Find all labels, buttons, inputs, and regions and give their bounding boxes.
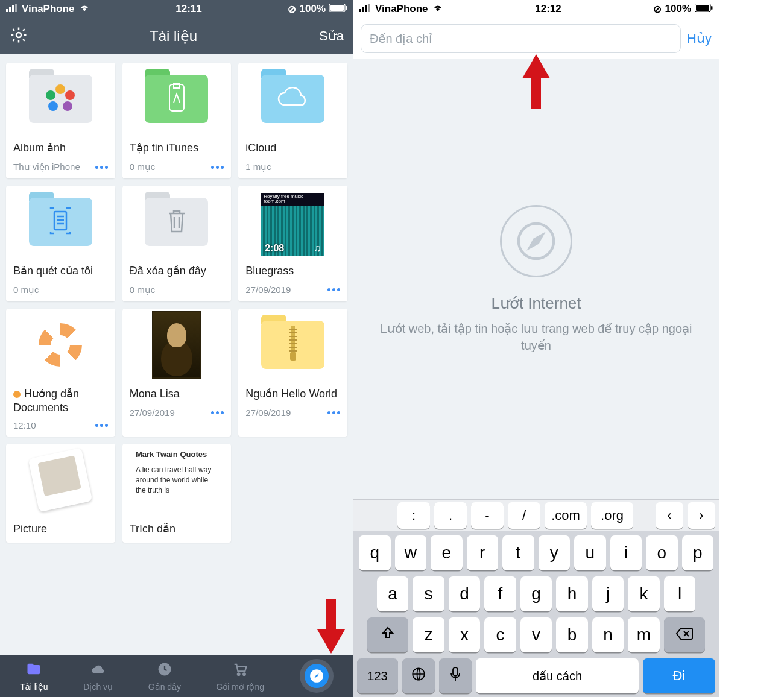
key-colon[interactable]: : <box>397 502 430 529</box>
bottom-tabbar: Tài liệu Dịch vụ Gần đây Gói mở rộng <box>0 655 353 697</box>
tab-recent[interactable]: Gần đây <box>148 661 181 692</box>
key-dash[interactable]: - <box>471 502 504 529</box>
tile-bluegrass[interactable]: Royalty free music room.com 2:08 ♫ Blueg… <box>238 186 347 301</box>
key-x[interactable]: x <box>449 617 481 652</box>
tile-title: Bluegrass <box>245 264 340 279</box>
address-input[interactable] <box>361 24 681 53</box>
tile-title: Nguồn Hello World <box>245 387 340 402</box>
compass-icon <box>305 664 329 688</box>
key-t[interactable]: t <box>502 535 534 570</box>
tile-helloworld[interactable]: Nguồn Hello World 27/09/2019 <box>238 309 347 437</box>
wifi-icon <box>78 3 90 15</box>
more-button[interactable] <box>95 424 108 427</box>
tile-picture[interactable]: Picture <box>6 444 115 543</box>
tile-monalisa[interactable]: Mona Lisa 27/09/2019 <box>122 309 232 437</box>
key-period[interactable]: . <box>434 502 467 529</box>
left-header: Tài liệu Sửa <box>0 18 353 54</box>
key-123[interactable]: 123 <box>357 658 398 693</box>
settings-icon[interactable] <box>10 26 28 46</box>
key-dotorg[interactable]: .org <box>591 502 633 529</box>
tile-trash[interactable]: Đã xóa gần đây 0 mục <box>122 186 232 301</box>
key-c[interactable]: c <box>484 617 516 652</box>
key-a[interactable]: a <box>377 576 409 611</box>
kbd-row-1: q w e r t y u i o p <box>357 535 715 570</box>
key-v[interactable]: v <box>520 617 552 652</box>
svg-rect-5 <box>330 5 344 11</box>
cancel-button[interactable]: Hủy <box>687 31 712 46</box>
key-y[interactable]: y <box>539 535 571 570</box>
key-f[interactable]: f <box>484 576 516 611</box>
more-button[interactable] <box>211 411 224 414</box>
svg-rect-2 <box>12 5 14 12</box>
key-next[interactable]: › <box>688 502 715 529</box>
tab-services[interactable]: Dịch vụ <box>83 661 113 692</box>
key-j[interactable]: j <box>592 576 624 611</box>
empty-state: Lướt Internet Lướt web, tải tập tin hoặc… <box>353 59 719 499</box>
key-shift[interactable] <box>367 617 408 652</box>
key-s[interactable]: s <box>413 576 444 611</box>
help-icon <box>39 323 82 367</box>
signal-icon <box>6 3 18 15</box>
key-prev[interactable]: ‹ <box>656 502 683 529</box>
tile-title: Đã xóa gần đây <box>130 264 224 279</box>
kbd-row-2: a s d f g h j k l <box>357 576 715 611</box>
unread-dot-icon <box>13 391 21 398</box>
tile-album[interactable]: Album ảnh Thư viện iPhone <box>6 63 115 178</box>
svg-point-15 <box>238 673 240 675</box>
tile-scans[interactable]: Bản quét của tôi 0 mục <box>6 186 115 301</box>
key-globe[interactable] <box>402 658 435 693</box>
key-m[interactable]: m <box>628 617 660 652</box>
more-button[interactable] <box>327 411 340 414</box>
more-button[interactable] <box>95 166 108 169</box>
carrier-label: VinaPhone <box>375 3 428 15</box>
scan-icon <box>48 207 72 237</box>
svg-rect-1 <box>9 7 11 12</box>
key-go[interactable]: Đi <box>643 658 715 693</box>
tab-store[interactable]: Gói mở rộng <box>217 661 264 692</box>
key-dotcom[interactable]: .com <box>545 502 587 529</box>
tab-documents[interactable]: Tài liệu <box>20 661 48 692</box>
key-i[interactable]: i <box>610 535 642 570</box>
key-h[interactable]: h <box>556 576 588 611</box>
more-button[interactable] <box>327 288 340 291</box>
key-b[interactable]: b <box>556 617 588 652</box>
svg-rect-12 <box>290 352 296 361</box>
key-p[interactable]: p <box>682 535 714 570</box>
key-z[interactable]: z <box>413 617 444 652</box>
key-q[interactable]: q <box>359 535 391 570</box>
keyboard-accessory-bar: : . - / .com .org ‹ › <box>353 499 719 531</box>
documents-grid[interactable]: Album ảnh Thư viện iPhone Tập <box>0 54 353 655</box>
key-e[interactable]: e <box>431 535 463 570</box>
key-u[interactable]: u <box>574 535 606 570</box>
empty-title: Lướt Internet <box>491 294 581 313</box>
key-k[interactable]: k <box>628 576 660 611</box>
tile-title: Tập tin iTunes <box>130 141 224 156</box>
kbd-row-3: z x c v b n m <box>357 617 715 652</box>
tile-sub: 27/09/2019 <box>130 408 175 418</box>
key-d[interactable]: d <box>449 576 481 611</box>
key-mic[interactable] <box>439 658 472 693</box>
key-g[interactable]: g <box>520 576 552 611</box>
key-backspace[interactable] <box>664 617 705 652</box>
svg-rect-23 <box>711 6 713 10</box>
tile-sub: 27/09/2019 <box>245 285 291 295</box>
key-r[interactable]: r <box>467 535 499 570</box>
folder-icon <box>145 198 208 246</box>
key-l[interactable]: l <box>664 576 696 611</box>
key-n[interactable]: n <box>592 617 624 652</box>
browser-button[interactable] <box>300 659 334 693</box>
more-button[interactable] <box>211 166 224 169</box>
key-o[interactable]: o <box>646 535 678 570</box>
key-w[interactable]: w <box>395 535 427 570</box>
key-slash[interactable]: / <box>508 502 540 529</box>
tab-label: Gói mở rộng <box>217 682 264 692</box>
key-space[interactable]: dấu cách <box>476 658 639 693</box>
edit-button[interactable]: Sửa <box>319 28 344 44</box>
tile-quotes[interactable]: Mark Twain Quotes A lie can travel half … <box>122 444 232 543</box>
tile-icloud[interactable]: iCloud 1 mục <box>238 63 347 178</box>
tile-itunes[interactable]: Tập tin iTunes 0 mục <box>122 63 232 178</box>
tile-guide[interactable]: Hướng dẫn Documents 12:10 <box>6 309 115 437</box>
photos-icon <box>46 84 75 113</box>
picture-icon <box>28 448 93 512</box>
cloud-icon <box>276 87 310 111</box>
